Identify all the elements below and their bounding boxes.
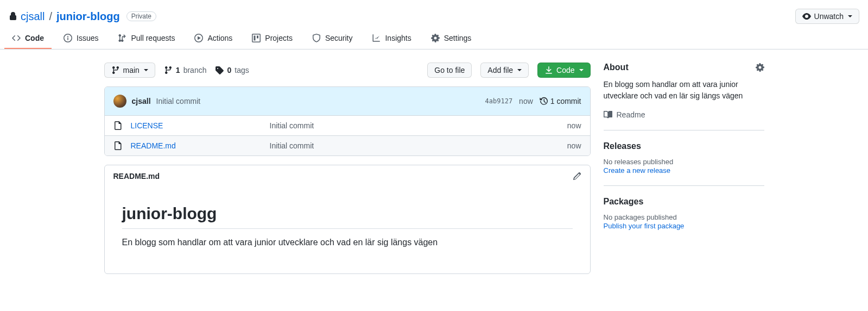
tab-pulls-label: Pull requests [131,34,175,42]
tab-projects-label: Projects [265,34,293,42]
releases-heading: Releases [604,141,641,151]
project-icon [252,34,261,42]
issue-icon [64,34,72,42]
branch-icon [111,66,120,74]
play-icon [194,34,203,42]
lock-icon [9,12,17,21]
code-button-label: Code [556,66,574,74]
file-time: now [549,121,581,130]
readme-title: junior-blogg [122,204,573,229]
repo-link[interactable]: junior-blogg [56,10,120,23]
breadcrumb-sep: / [49,10,52,23]
file-listing: cjsall Initial commit 4ab9127 now 1 comm… [104,86,591,156]
book-icon [604,110,612,119]
repo-tabs: Code Issues Pull requests Actions Projec… [0,28,868,49]
commit-time: now [519,97,533,105]
caret-icon [579,69,584,71]
readme-link[interactable]: Readme [604,110,764,119]
commits-link[interactable]: 1 commit [540,97,581,105]
download-icon [544,66,553,74]
unwatch-button[interactable]: Unwatch [795,9,859,24]
branch-select[interactable]: main [104,63,155,78]
avatar[interactable] [113,95,126,108]
code-icon [12,34,21,42]
file-commit-message[interactable]: Initial commit [270,141,540,150]
tab-code[interactable]: Code [4,28,52,49]
add-file-label: Add file [487,66,513,74]
goto-file-button[interactable]: Go to file [427,63,472,78]
tab-security-label: Security [325,34,353,42]
tab-insights[interactable]: Insights [364,28,419,49]
create-release-link[interactable]: Create a new release [604,166,671,175]
visibility-badge: Private [126,11,156,21]
tab-pulls[interactable]: Pull requests [110,28,182,49]
breadcrumb: cjsall / junior-blogg Private [9,10,156,23]
file-commit-message[interactable]: Initial commit [270,121,540,130]
commit-count-label: commit [556,97,581,105]
commit-count: 1 [550,97,555,105]
caret-icon [517,69,522,71]
tab-issues-label: Issues [77,34,98,42]
packages-empty: No packages published [604,213,764,221]
tab-settings[interactable]: Settings [423,28,479,49]
releases-empty: No releases published [604,158,764,166]
about-description: En blogg som handlar om att vara junior … [604,79,764,102]
tab-code-label: Code [25,34,44,42]
tab-issues[interactable]: Issues [56,28,106,49]
tab-security[interactable]: Security [305,28,360,49]
packages-heading: Packages [604,197,644,207]
readme-link-label: Readme [617,110,645,119]
branch-icon [164,66,173,74]
latest-commit-bar: cjsall Initial commit 4ab9127 now 1 comm… [105,87,590,116]
readme-box: README.md junior-blogg En blogg som hand… [104,165,591,274]
code-button[interactable]: Code [537,63,590,78]
file-name[interactable]: LICENSE [131,121,261,130]
eye-icon [802,12,811,21]
tag-icon [215,66,224,74]
tag-count: 0 [227,66,231,74]
readme-text: En blogg som handlar om att vara junior … [122,238,573,247]
graph-icon [372,34,381,42]
file-name[interactable]: README.md [131,141,261,150]
gear-icon [431,34,440,42]
about-heading: About [604,63,629,72]
add-file-button[interactable]: Add file [480,63,529,78]
caret-icon [848,15,852,17]
pencil-icon[interactable] [573,172,581,181]
publish-package-link[interactable]: Publish your first package [604,222,685,230]
commit-author[interactable]: cjsall [132,97,151,105]
file-time: now [549,141,581,150]
tags-link[interactable]: 0 tags [215,66,249,74]
commit-message[interactable]: Initial commit [156,97,201,105]
file-icon [113,141,122,150]
branches-link[interactable]: 1 branch [164,66,207,74]
tab-actions[interactable]: Actions [187,28,240,49]
branch-count: 1 [176,66,180,74]
readme-filename[interactable]: README.md [113,172,160,181]
tab-projects[interactable]: Projects [244,28,300,49]
history-icon [540,97,548,105]
tab-actions-label: Actions [207,34,232,42]
tab-settings-label: Settings [444,34,472,42]
file-row: README.md Initial commit now [105,136,590,156]
caret-icon [144,69,148,71]
unwatch-label: Unwatch [814,12,844,21]
goto-file-label: Go to file [434,66,465,74]
tab-insights-label: Insights [385,34,411,42]
tag-count-label: tags [235,66,249,74]
file-row: LICENSE Initial commit now [105,116,590,136]
branch-name: main [123,66,140,74]
shield-icon [312,34,321,42]
commit-sha[interactable]: 4ab9127 [485,97,513,105]
gear-icon[interactable] [756,63,764,72]
pr-icon [118,34,126,42]
owner-link[interactable]: cjsall [21,10,45,23]
file-icon [113,121,122,130]
branch-count-label: branch [183,66,207,74]
